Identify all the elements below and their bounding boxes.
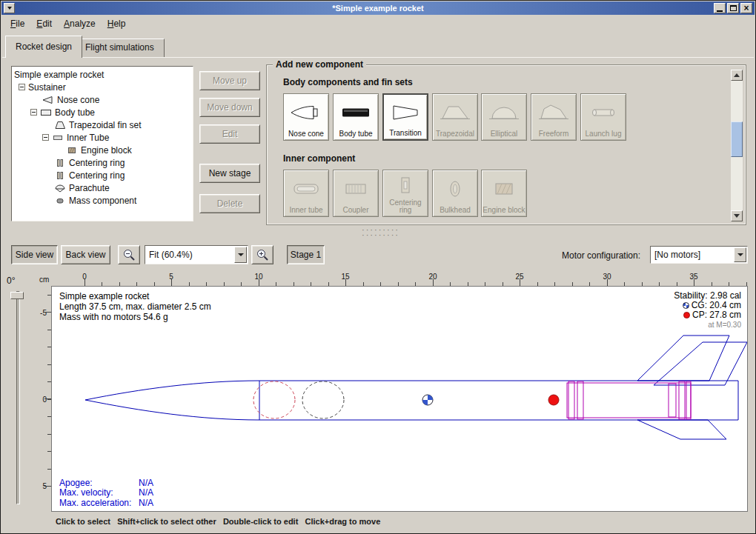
ruler-ticks <box>44 312 51 487</box>
motor-configuration-combobox[interactable]: [No motors] <box>650 246 748 264</box>
cp-value: CP: 27.8 cm <box>692 310 741 320</box>
rocket-info: Simple example rocket Length 37.5 cm, ma… <box>59 291 211 322</box>
component-label: Coupler <box>342 207 369 214</box>
component-label: Trapezoidal <box>435 130 475 138</box>
tree-item-rocket[interactable]: Simple example rocket <box>12 68 193 81</box>
tree-item-centering-ring-2[interactable]: Centering ring <box>12 169 193 181</box>
bulkhead-icon <box>439 170 471 207</box>
centering-ring-icon <box>389 170 422 199</box>
titlebar: *Simple example rocket × <box>1 1 755 15</box>
scroll-down-button[interactable] <box>731 210 743 221</box>
parachute-icon <box>54 184 66 193</box>
zoom-in-button[interactable] <box>251 245 273 264</box>
ruler-unit-label: cm <box>39 276 49 284</box>
vertical-ruler: -5 0 5 <box>38 286 51 512</box>
add-body-tube-button[interactable]: Body tube <box>333 93 379 141</box>
mach-note: at M=0.30 <box>674 320 741 330</box>
add-inner-tube-button[interactable]: Inner tube <box>283 170 329 217</box>
chevron-down-icon[interactable] <box>234 247 247 263</box>
edit-button[interactable]: Edit <box>199 124 260 144</box>
add-nose-cone-button[interactable]: Nose cone <box>283 93 329 141</box>
add-trapezoidal-button[interactable]: Trapezoidal <box>432 93 478 141</box>
new-stage-button[interactable]: New stage <box>199 164 260 183</box>
transition-icon <box>389 95 422 130</box>
minimize-icon <box>717 10 723 12</box>
cg-icon <box>683 302 689 309</box>
move-down-button[interactable]: Move down <box>199 98 260 117</box>
zoom-out-button[interactable] <box>118 245 140 264</box>
apogee-value: N/A <box>139 478 153 489</box>
tab-rocket-design[interactable]: Rocket design <box>5 36 82 58</box>
rotation-slider-handle[interactable] <box>10 292 24 299</box>
fin-set-outline[interactable] <box>637 336 747 439</box>
motor-configuration-label: Motor configuration: <box>562 250 640 261</box>
add-elliptical-button[interactable]: Elliptical <box>481 93 527 141</box>
tab-panel-edge <box>2 57 754 58</box>
tree-item-body-tube[interactable]: Body tube <box>12 106 193 119</box>
rotation-slider-track[interactable] <box>16 291 20 504</box>
tree-item-parachute[interactable]: Parachute <box>12 181 193 194</box>
split-divider-handle[interactable]: ········· <box>362 233 399 238</box>
maximize-button[interactable] <box>727 3 739 13</box>
add-bulkhead-button[interactable]: Bulkhead <box>432 170 478 217</box>
stage-1-toggle[interactable]: Stage 1 <box>287 245 325 264</box>
minimize-button[interactable] <box>714 3 726 13</box>
menu-edit[interactable]: Edit <box>30 16 58 31</box>
inner-components-outline[interactable] <box>567 381 691 419</box>
component-label: Engine block <box>482 207 525 214</box>
tree-item-fin-set[interactable]: Trapezoidal fin set <box>12 119 193 131</box>
mass-component-icon <box>54 196 66 205</box>
horizontal-ruler: 0 5 10 15 20 25 30 35 <box>51 272 748 286</box>
max-velocity-label: Max. velocity: <box>59 488 139 498</box>
rocket-canvas[interactable]: Simple example rocket Length 37.5 cm, ma… <box>51 286 748 512</box>
collapse-handle-icon[interactable] <box>42 134 49 141</box>
tree-item-label: Centering ring <box>69 158 125 168</box>
tab-flight-simulations[interactable]: Flight simulations <box>75 39 165 57</box>
tree-item-label: Body tube <box>55 107 95 118</box>
stability-info: Stability: 2.98 cal CG: 20.4 cm CP: 27.8… <box>674 291 741 330</box>
tree-item-sustainer[interactable]: Sustainer <box>12 81 193 93</box>
tree-item-nose-cone[interactable]: Nose cone <box>12 93 193 106</box>
component-label: Transition <box>388 130 422 137</box>
menu-file[interactable]: File <box>4 16 30 31</box>
arrow-down-icon <box>734 214 740 218</box>
centering-ring-icon <box>54 171 66 180</box>
collapse-handle-icon[interactable] <box>19 84 25 90</box>
add-freeform-button[interactable]: Freeform <box>531 93 577 141</box>
engine-block-icon <box>66 146 78 155</box>
zoom-in-icon <box>256 248 269 261</box>
menu-analyze[interactable]: Analyze <box>58 16 102 31</box>
back-view-button[interactable]: Back view <box>61 245 110 264</box>
add-coupler-button[interactable]: Coupler <box>333 170 379 217</box>
cg-value: CG: 20.4 cm <box>692 300 741 310</box>
tree-item-mass-component[interactable]: Mass component <box>12 194 193 207</box>
rocket-body-outline[interactable] <box>85 381 738 420</box>
freeform-fin-icon <box>537 94 570 130</box>
elliptical-fin-icon <box>488 94 520 130</box>
collapse-handle-icon[interactable] <box>30 109 37 116</box>
add-transition-button[interactable]: Transition <box>382 93 428 141</box>
close-button[interactable]: × <box>740 3 752 13</box>
add-engine-block-button[interactable]: Engine block <box>481 170 527 217</box>
tree-item-label: Trapezoidal fin set <box>69 120 142 130</box>
close-icon: × <box>743 4 749 12</box>
body-tube-icon <box>40 108 52 117</box>
move-up-button[interactable]: Move up <box>199 71 260 90</box>
scrollbar-track[interactable] <box>731 81 743 210</box>
tree-item-inner-tube[interactable]: Inner Tube <box>12 131 193 144</box>
scrollbar-thumb[interactable] <box>731 121 743 157</box>
menu-help[interactable]: Help <box>102 16 132 31</box>
centering-ring-icon <box>54 158 66 167</box>
mass-component-outline[interactable] <box>302 381 344 418</box>
scroll-up-button[interactable] <box>731 70 743 81</box>
tree-item-label: Mass component <box>69 196 136 206</box>
delete-button[interactable]: Delete <box>199 194 260 213</box>
add-launch-lug-button[interactable]: Launch lug <box>580 93 626 141</box>
tree-item-engine-block[interactable]: Engine block <box>12 144 193 156</box>
side-view-button[interactable]: Side view <box>11 245 58 264</box>
tree-item-centering-ring-1[interactable]: Centering ring <box>12 156 193 169</box>
tree-item-label: Centering ring <box>69 170 125 181</box>
zoom-combobox[interactable]: Fit (60.4%) <box>145 245 248 264</box>
chevron-down-icon[interactable] <box>734 247 746 262</box>
add-centering-ring-button[interactable]: Centering ring <box>382 170 428 217</box>
